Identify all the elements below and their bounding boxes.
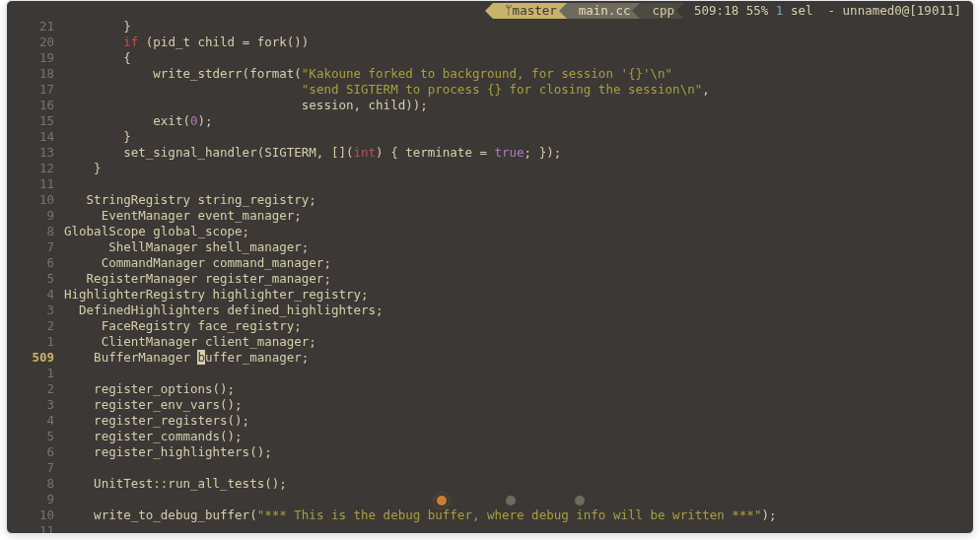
line-number: 21 — [7, 19, 64, 34]
line-number: 16 — [7, 98, 64, 113]
line-number: 9 — [7, 208, 64, 224]
code-line[interactable]: set_signal_handler(SIGTERM, [](int) { te… — [64, 145, 973, 161]
line-number: 2 — [7, 318, 64, 334]
code-line[interactable]: register_options(); — [64, 381, 973, 397]
line-number: 8 — [7, 224, 64, 239]
cursor-info: 509:18 55% 1 sel - unnamed0@[19011] — [684, 3, 971, 19]
editor-pane[interactable]: ᛘmaster main.cc cpp 509:18 55% 1 sel - u… — [6, 0, 974, 534]
line-number: 1 — [7, 366, 64, 381]
line-number: 15 — [7, 113, 64, 129]
line-number: 17 — [7, 82, 64, 98]
code-line[interactable]: ShellManager shell_manager; — [64, 239, 973, 255]
line-number: 14 — [7, 129, 64, 145]
code-area[interactable]: } if (pid_t child = fork()) { write_stde… — [64, 19, 973, 534]
line-number: 6 — [7, 255, 64, 271]
branch-name: master — [513, 3, 557, 19]
code-line[interactable]: register_registers(); — [64, 413, 973, 429]
line-number: 10 — [7, 192, 64, 208]
line-number: 13 — [7, 145, 64, 161]
line-number: 509 — [7, 350, 64, 366]
code-line[interactable]: write_stderr(format("Kakoune forked to b… — [64, 66, 973, 82]
code-line[interactable]: session, child)); — [64, 98, 973, 113]
code-line[interactable]: CommandManager command_manager; — [64, 255, 973, 271]
line-number: 5 — [7, 429, 64, 444]
code-line[interactable] — [64, 460, 973, 476]
code-line[interactable] — [64, 176, 973, 192]
code-line[interactable] — [64, 366, 973, 381]
line-number: 7 — [7, 239, 64, 255]
code-line[interactable]: EventManager event_manager; — [64, 208, 973, 224]
code-line[interactable]: { — [64, 50, 973, 66]
code-line[interactable]: DefinedHighlighters defined_highlighters… — [64, 303, 973, 318]
code-line[interactable]: StringRegistry string_registry; — [64, 192, 973, 208]
cursor-position: 509:18 — [694, 3, 738, 19]
line-number: 3 — [7, 303, 64, 318]
line-number: 8 — [7, 476, 64, 492]
cursor: b — [197, 350, 205, 365]
line-number: 10 — [7, 507, 64, 523]
code-line[interactable]: } — [64, 129, 973, 145]
line-number-gutter: 2120191817161514131211109876543215091234… — [7, 19, 64, 534]
line-number: 4 — [7, 413, 64, 429]
code-line[interactable]: BufferManager buffer_manager; — [64, 350, 973, 366]
code-line[interactable]: GlobalScope global_scope; — [64, 224, 973, 239]
line-number: 11 — [7, 523, 64, 534]
code-line[interactable]: HighlighterRegistry highlighter_registry… — [64, 287, 973, 303]
line-number: 20 — [7, 34, 64, 50]
file-name: main.cc — [567, 3, 641, 19]
line-number: 7 — [7, 460, 64, 476]
code-line[interactable]: FaceRegistry face_registry; — [64, 318, 973, 334]
dock-indicator — [437, 496, 447, 506]
selection-count: 1 — [776, 3, 784, 19]
code-line[interactable]: register_highlighters(); — [64, 444, 973, 460]
code-line[interactable]: register_commands(); — [64, 429, 973, 444]
code-line[interactable]: "send SIGTERM to process {} for closing … — [64, 82, 973, 98]
line-number: 11 — [7, 176, 64, 192]
code-line[interactable]: } — [64, 19, 973, 34]
code-line[interactable]: RegisterManager register_manager; — [64, 271, 973, 287]
line-number: 1 — [7, 334, 64, 350]
status-bar: ᛘmaster main.cc cpp 509:18 55% 1 sel - u… — [493, 3, 971, 19]
dock-indicator — [575, 496, 585, 506]
client-session: - unnamed0@[19011] — [828, 3, 961, 19]
code-line[interactable]: exit(0); — [64, 113, 973, 129]
line-number: 2 — [7, 381, 64, 397]
line-number: 12 — [7, 161, 64, 176]
line-number: 4 — [7, 287, 64, 303]
vcs-branch: ᛘmaster — [493, 3, 567, 19]
line-number: 19 — [7, 50, 64, 66]
code-line[interactable]: } — [64, 161, 973, 176]
dock-indicator — [506, 496, 516, 506]
line-number: 18 — [7, 66, 64, 82]
code-line[interactable]: if (pid_t child = fork()) — [64, 34, 973, 50]
scroll-percent: 55% — [746, 3, 769, 19]
code-line[interactable]: ClientManager client_manager; — [64, 334, 973, 350]
line-number: 9 — [7, 492, 64, 507]
code-line[interactable]: register_env_vars(); — [64, 397, 973, 413]
code-line[interactable] — [64, 492, 973, 507]
code-line[interactable] — [64, 523, 973, 534]
line-number: 6 — [7, 444, 64, 460]
code-line[interactable]: UnitTest::run_all_tests(); — [64, 476, 973, 492]
line-number: 5 — [7, 271, 64, 287]
selection-label: sel — [791, 3, 813, 19]
code-line[interactable]: write_to_debug_buffer("*** This is the d… — [64, 507, 973, 523]
line-number: 3 — [7, 397, 64, 413]
